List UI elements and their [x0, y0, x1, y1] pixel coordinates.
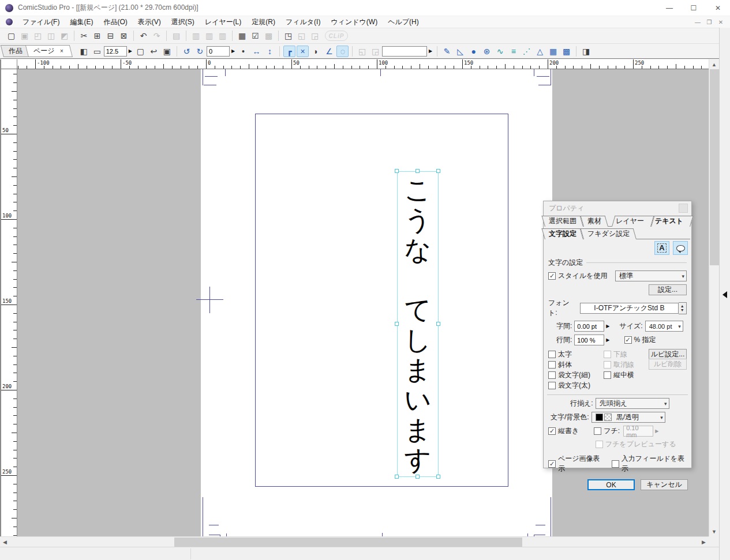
vertical-scroll-thumb[interactable]: [710, 69, 719, 265]
mdi-restore-button[interactable]: ❐: [703, 17, 715, 27]
selection-handle[interactable]: [395, 169, 399, 173]
style-use-checkbox[interactable]: ✓: [548, 272, 556, 280]
snap-special-ruler-icon[interactable]: ×: [297, 46, 309, 57]
zoom-input[interactable]: [104, 46, 127, 57]
kerning-input[interactable]: [574, 321, 604, 332]
tab-layer[interactable]: レイヤー: [612, 216, 651, 227]
tab-selection-range[interactable]: 選択範囲: [545, 216, 583, 227]
rotate-left-icon[interactable]: ↺: [181, 46, 193, 57]
leading-input[interactable]: [574, 335, 604, 345]
reset-view-icon[interactable]: •: [237, 46, 249, 57]
cancel-button[interactable]: キャンセル: [641, 479, 688, 490]
delete-icon[interactable]: ⊠: [118, 30, 130, 42]
bold-checkbox[interactable]: [548, 351, 556, 358]
menu-item[interactable]: ヘルプ(H): [383, 16, 424, 28]
selection-handle[interactable]: [395, 475, 399, 479]
dock-collapse-icon[interactable]: [722, 291, 727, 298]
tab-material[interactable]: 素材: [583, 216, 608, 227]
selection-handle[interactable]: [436, 322, 440, 326]
edge-checkbox[interactable]: [594, 427, 601, 435]
grid-fine-tool-icon[interactable]: ▩: [560, 46, 572, 57]
compass-tool-icon[interactable]: ⊛: [481, 46, 493, 57]
paste-icon[interactable]: ⊟: [104, 30, 117, 42]
menu-item[interactable]: フィルタ(I): [280, 16, 325, 28]
vertical-text-checkbox[interactable]: ✓: [548, 427, 556, 435]
radial-lines-tool-icon[interactable]: ⋰: [521, 46, 533, 57]
text-tool-button[interactable]: A: [654, 241, 669, 255]
page-turn-icon[interactable]: ↩: [148, 46, 160, 57]
snap-ruler-icon[interactable]: ┏: [283, 46, 295, 57]
panel-close-button[interactable]: [679, 204, 688, 213]
menu-item[interactable]: 選択(S): [166, 16, 200, 28]
horizontal-scroll-thumb[interactable]: [174, 538, 522, 547]
curve-ruler-tool-icon[interactable]: ∿: [494, 46, 506, 57]
italic-checkbox[interactable]: [548, 361, 556, 369]
font-field[interactable]: I-OTFアンチックStd B: [580, 303, 679, 314]
tatechuyoko-checkbox[interactable]: [604, 371, 611, 379]
figure-tool-icon[interactable]: ●: [467, 46, 480, 57]
menu-item[interactable]: レイヤー(L): [200, 16, 247, 28]
vertical-scrollbar[interactable]: ▲ ▼: [709, 59, 719, 536]
layers-panel-icon[interactable]: ▦: [236, 30, 248, 42]
scroll-up-icon[interactable]: ▲: [709, 59, 719, 69]
minimize-button[interactable]: —: [657, 1, 682, 16]
flip-vertical-icon[interactable]: ↕: [264, 46, 276, 57]
menu-item[interactable]: 表示(V): [133, 16, 166, 28]
tool-option-expand-icon[interactable]: ▶: [429, 48, 432, 54]
new-page-icon[interactable]: ▢: [5, 30, 17, 42]
symmetry-ruler-tool-icon[interactable]: △: [534, 46, 546, 57]
toolbar-options-icon[interactable]: ◨: [580, 46, 592, 57]
single-page-icon[interactable]: ▢: [134, 46, 147, 57]
parallel-lines-tool-icon[interactable]: ≡: [507, 46, 519, 57]
menu-item[interactable]: ファイル(F): [17, 16, 65, 28]
percent-checkbox[interactable]: ✓: [624, 336, 632, 344]
undo-icon[interactable]: ↶: [137, 30, 149, 42]
zoom-expand-icon[interactable]: ▶: [129, 48, 132, 54]
close-button[interactable]: ✕: [706, 1, 730, 16]
leading-expand-icon[interactable]: ▶: [606, 337, 609, 343]
rotation-expand-icon[interactable]: ▶: [231, 48, 235, 54]
ok-button[interactable]: OK: [587, 479, 635, 490]
horizontal-scrollbar[interactable]: ◀ ▶: [0, 536, 709, 547]
selection-handle[interactable]: [415, 169, 420, 173]
maximize-button[interactable]: ☐: [682, 1, 706, 16]
select-area-icon[interactable]: ◌: [336, 46, 349, 57]
snap-perspective-icon[interactable]: ∠: [323, 46, 335, 57]
mdi-close-button[interactable]: ✕: [715, 17, 727, 27]
subtab-character-settings[interactable]: 文字設定: [545, 228, 583, 239]
tab-close-icon[interactable]: ×: [60, 48, 63, 54]
tab-text[interactable]: テキスト: [651, 216, 690, 227]
balloon-tool-button[interactable]: [673, 241, 688, 255]
rotation-input[interactable]: [207, 46, 230, 57]
scroll-left-icon[interactable]: ◀: [0, 537, 10, 547]
pen-tool-icon[interactable]: ✎: [441, 46, 453, 57]
selection-handle[interactable]: [395, 322, 399, 326]
text-object[interactable]: こうなてしまいます: [397, 171, 439, 477]
copy-icon[interactable]: ⊞: [91, 30, 103, 42]
page-thumbnail-icon[interactable]: ▭: [91, 46, 103, 57]
rotate-right-icon[interactable]: ↻: [194, 46, 206, 57]
page-image-checkbox[interactable]: ✓: [548, 460, 556, 468]
selection-handle[interactable]: [436, 475, 440, 479]
menu-item[interactable]: 定規(R): [246, 16, 280, 28]
style-select[interactable]: 標準▾: [615, 270, 687, 281]
show-input-field-checkbox[interactable]: [612, 460, 619, 468]
align-select[interactable]: 先頭揃え▾: [596, 398, 669, 409]
outline-thick-checkbox[interactable]: [548, 382, 556, 389]
kerning-expand-icon[interactable]: ▶: [606, 324, 609, 329]
selection-handle[interactable]: [436, 169, 440, 173]
subtab-balloon-settings[interactable]: フキダシ設定: [583, 228, 637, 239]
selection-handle[interactable]: [415, 475, 420, 479]
fit-page-icon[interactable]: ◧: [78, 46, 90, 57]
facing-pages-icon[interactable]: ▣: [161, 46, 173, 57]
check-panel-icon[interactable]: ☑: [249, 30, 261, 42]
scroll-down-icon[interactable]: ▼: [709, 527, 719, 536]
flip-horizontal-icon[interactable]: ↔: [250, 46, 263, 57]
menu-item[interactable]: 作品(O): [98, 16, 132, 28]
import-icon[interactable]: ◳: [282, 30, 294, 42]
ruby-settings-button[interactable]: ルビ設定...: [649, 349, 687, 360]
size-select[interactable]: 48.00 pt▾: [645, 321, 683, 332]
scroll-right-icon[interactable]: ▶: [699, 537, 709, 547]
tab-page[interactable]: ページ ×: [28, 45, 73, 57]
menu-item[interactable]: ウィンドウ(W): [325, 16, 383, 28]
